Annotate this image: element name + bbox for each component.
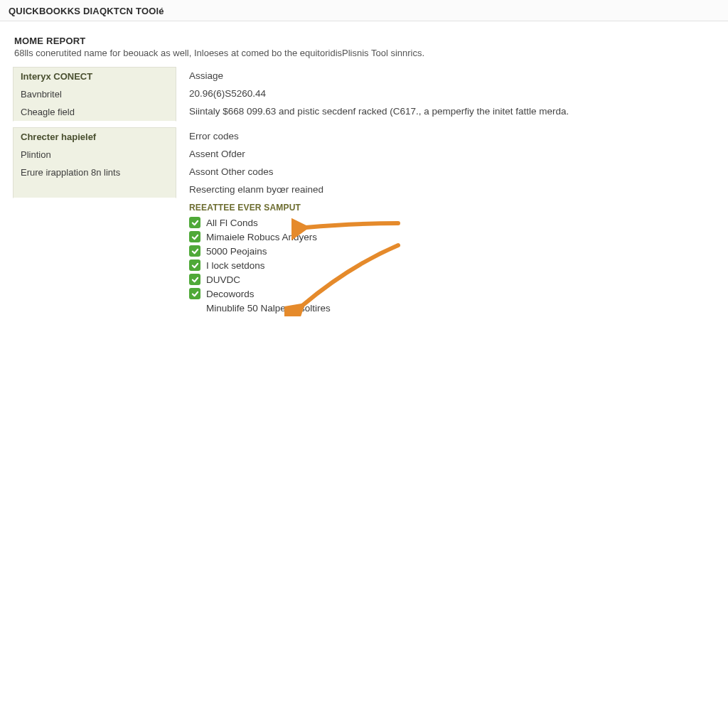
checkbox-checked-icon xyxy=(189,245,200,257)
info-table-1-values: Assiage 20.96(6)S5260.44 Siintaly $668 0… xyxy=(189,67,715,122)
checkbox-checked-icon xyxy=(189,259,200,271)
block2-header-value: Error codes xyxy=(189,127,715,145)
checklist-item-label: Minublife 50 Nalper resoltires xyxy=(206,303,331,314)
block1-row2-value: Siintaly $668 099.63 and pistic secdenf … xyxy=(189,102,715,120)
checkbox-checked-icon xyxy=(189,288,200,299)
block2-row2-value: Assont Other codes xyxy=(189,163,715,181)
block1-row1-label: Bavnbritel xyxy=(14,85,176,103)
checklist-item[interactable]: 5000 Peojains xyxy=(189,244,715,258)
checklist-item[interactable]: DUVDC xyxy=(189,272,715,287)
checklist-item[interactable]: Mimaiele Robucs Andyers xyxy=(189,230,715,244)
checklist-item[interactable]: All Fl Conds xyxy=(189,215,715,230)
block1-row1-value: 20.96(6)S5260.44 xyxy=(189,85,715,102)
content-area: MOME REPORT 68lls conerutited name for b… xyxy=(0,21,728,315)
checkbox-checked-icon xyxy=(189,217,200,228)
checklist-item-label: Mimaiele Robucs Andyers xyxy=(206,232,317,242)
checklist-item-label: All Fl Conds xyxy=(206,218,258,228)
block2-row3-value: Resercting elanm byœr reained xyxy=(189,181,715,198)
info-table-2: Chrecter hapielef Plintion Erure irappla… xyxy=(13,127,715,198)
checklist-item-label: 5000 Peojains xyxy=(206,246,267,257)
info-table-2-values: Error codes Assent Ofder Assont Other co… xyxy=(189,127,715,198)
window-title: QUICKBOOKKS DIAQKTCN TOOlé xyxy=(0,0,728,21)
app-root: QUICKBOOKKS DIAQKTCN TOOlé MOME REPORT 6… xyxy=(0,0,728,728)
checklist-item[interactable]: Decowords xyxy=(189,287,715,301)
checklist: All Fl Conds Mimaiele Robucs Andyers 500… xyxy=(189,215,715,315)
report-title: MOME REPORT xyxy=(14,36,715,46)
block1-header-label: Interyx CONECT xyxy=(14,67,176,85)
block1-row2-label: Cheagle field xyxy=(14,103,176,121)
checklist-title: REEATTEE EVER SAMPUT xyxy=(189,203,715,213)
window-title-text: QUICKBOOKKS DIAQKTCN TOOlé xyxy=(9,6,164,16)
checklist-item[interactable]: Minublife 50 Nalper resoltires xyxy=(189,301,715,315)
checkbox-checked-icon xyxy=(189,274,200,285)
info-table-2-labels: Chrecter hapielef Plintion Erure irappla… xyxy=(13,127,176,198)
checkbox-unchecked-icon xyxy=(189,302,200,314)
checklist-item[interactable]: I lock setdons xyxy=(189,258,715,272)
report-subtitle: 68lls conerutited name for beouack as we… xyxy=(14,48,715,58)
block2-row1-value: Assent Ofder xyxy=(189,145,715,163)
block2-row1-label: Plintion xyxy=(14,146,176,164)
info-table-1: Interyx CONECT Bavnbritel Cheagle field … xyxy=(13,67,715,122)
block2-header-label: Chrecter hapielef xyxy=(14,127,176,146)
checklist-item-label: Decowords xyxy=(206,289,255,299)
block2-row2-label: Erure irapplation 8n lints xyxy=(14,164,176,181)
checkbox-checked-icon xyxy=(189,231,200,242)
checklist-section: REEATTEE EVER SAMPUT All Fl Conds Mimaie… xyxy=(189,203,715,315)
info-table-1-labels: Interyx CONECT Bavnbritel Cheagle field xyxy=(13,67,176,122)
block1-header-value: Assiage xyxy=(189,67,715,85)
checklist-item-label: DUVDC xyxy=(206,274,240,285)
checklist-item-label: I lock setdons xyxy=(206,260,265,271)
